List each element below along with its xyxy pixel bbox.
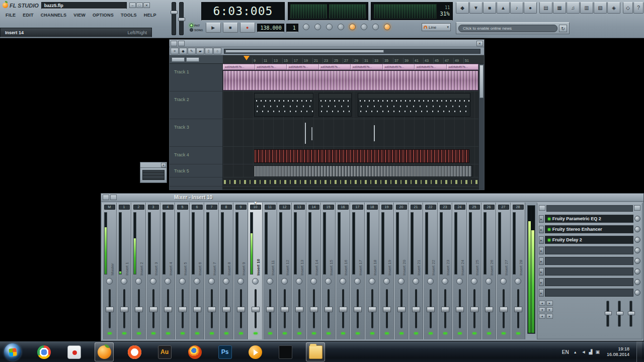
blend-recording-button[interactable]	[349, 24, 356, 30]
menu-channels[interactable]: CHANNELS	[37, 12, 70, 19]
strip-number[interactable]: 14	[308, 205, 319, 210]
mixer-strip-insert-5[interactable]: 5Insert 5	[175, 203, 190, 339]
fx-slot-arrow-icon[interactable]: ▸	[539, 226, 544, 233]
volume-fader[interactable]	[511, 288, 525, 329]
mute-led[interactable]	[516, 332, 520, 334]
fx-mix-knob[interactable]	[634, 247, 640, 253]
playlist-grid[interactable]: ed04db457b...ed04db457b...ed04db457b...e…	[223, 64, 478, 190]
menu-edit[interactable]: EDIT	[19, 12, 37, 19]
volume-fader[interactable]	[351, 288, 364, 329]
fx-slot-arrow-icon[interactable]: ▸	[539, 289, 544, 297]
mute-led[interactable]	[137, 332, 141, 334]
strip-number[interactable]: 3	[148, 205, 159, 210]
pan-knob[interactable]	[340, 278, 346, 285]
browser-icon[interactable]: ▥	[580, 2, 593, 14]
song-mode-toggle[interactable]: SONG	[190, 28, 203, 32]
mixer-strip-insert-14[interactable]: 14Insert 14	[306, 203, 321, 339]
strip-number[interactable]: 18	[367, 205, 378, 210]
taskbar-chrome[interactable]	[34, 342, 53, 361]
volume-fader[interactable]	[424, 288, 437, 329]
maximize-button[interactable]: □	[136, 3, 143, 8]
record-button[interactable]: ●	[240, 23, 255, 33]
mute-led[interactable]	[472, 332, 476, 334]
tool-options-icon[interactable]: ◆	[456, 2, 469, 14]
fx-presets-icon[interactable]	[539, 205, 545, 211]
mixer-strip-insert-12[interactable]: 12Insert 12	[277, 203, 292, 339]
mixer-strip-insert-3[interactable]: 3Insert 3	[146, 203, 160, 339]
pattern-clip[interactable]	[254, 93, 313, 117]
mute-led[interactable]	[385, 332, 389, 334]
volume-fader[interactable]	[132, 288, 145, 329]
save-icon[interactable]: ■	[483, 2, 496, 14]
mixer-strip-insert-7[interactable]: 7Insert 7	[204, 203, 219, 339]
fx-panel-fader[interactable]	[629, 301, 632, 327]
fx-slot-8[interactable]: ▸	[539, 288, 640, 297]
pat-mode-toggle[interactable]: PAT	[190, 24, 203, 27]
tray-network-icon[interactable]: ▟	[589, 349, 593, 354]
clock[interactable]: 19:18 16.08.2014	[604, 346, 632, 358]
volume-fader[interactable]	[161, 288, 175, 329]
playlist-detach-icon[interactable]	[178, 41, 185, 46]
track-lane-audio[interactable]: ed04db457b...ed04db457b...ed04db457b...e…	[223, 64, 478, 92]
export-icon[interactable]: ▲	[497, 2, 510, 14]
fx-panel-fader[interactable]	[618, 301, 621, 327]
track-lane-midi[interactable]	[223, 92, 478, 119]
playlist-menu-icon[interactable]: ≡	[171, 48, 179, 54]
tray-volume-icon[interactable]: ◄	[582, 349, 586, 354]
mixer-icon[interactable]: ▧	[594, 2, 607, 14]
mixer-strip-insert-24[interactable]: 24Insert 24	[452, 203, 467, 339]
pan-knob[interactable]	[106, 278, 113, 285]
mixer-strip-insert-25[interactable]: 25Insert 25	[467, 203, 481, 339]
strip-number[interactable]: 5	[177, 205, 188, 210]
strip-number[interactable]: 24	[454, 205, 465, 210]
pan-knob[interactable]	[208, 278, 215, 285]
pan-knob[interactable]	[413, 278, 419, 285]
track-name[interactable]: Track 2	[170, 92, 222, 119]
volume-fader[interactable]	[307, 288, 320, 329]
mute-led[interactable]	[429, 332, 433, 334]
step-sequencer-icon[interactable]: ▦	[553, 2, 566, 14]
fx-slot-3[interactable]: ▸Fruity Delay 2	[539, 235, 640, 244]
mixer-strip-insert-1[interactable]: 1Insert 1	[117, 203, 131, 339]
mixer-strip-insert-16[interactable]: 16Insert 16	[336, 203, 350, 339]
mixer-strip-insert-18[interactable]: 18Insert 18	[365, 203, 379, 339]
mute-led[interactable]	[254, 332, 258, 334]
zoom-tool-icon[interactable]: ○	[213, 48, 221, 54]
tray-center-icon[interactable]: ▣	[595, 349, 600, 354]
mute-led[interactable]	[312, 332, 316, 334]
track-lane-stripes[interactable]	[223, 164, 478, 177]
floating-mini-window[interactable]: ✕	[140, 162, 167, 183]
pan-knob[interactable]	[296, 278, 302, 285]
mixer-strip-insert-11[interactable]: 11Insert 11	[263, 203, 277, 339]
fx-mix-knob[interactable]	[634, 258, 640, 264]
fx-mix-knob[interactable]	[634, 279, 640, 285]
fx-preset-selector[interactable]	[546, 205, 633, 212]
pan-knob[interactable]	[354, 278, 361, 285]
volume-fader[interactable]	[453, 288, 466, 329]
multilink-button[interactable]	[384, 24, 390, 30]
mixer-strip-insert-27[interactable]: 27Insert 27	[496, 203, 511, 339]
pan-knob[interactable]	[427, 278, 434, 285]
minimize-button[interactable]: –	[129, 3, 136, 8]
strip-number[interactable]: M	[104, 205, 115, 210]
strip-number[interactable]: 28	[513, 205, 524, 210]
volume-fader[interactable]	[409, 288, 423, 329]
strip-number[interactable]: 12	[279, 205, 290, 210]
pan-knob[interactable]	[310, 278, 317, 285]
strip-number[interactable]: 6	[192, 205, 203, 210]
fx-slot-4[interactable]: ▸	[539, 246, 640, 255]
volume-fader[interactable]	[249, 288, 262, 329]
strip-number[interactable]: 19	[381, 205, 392, 210]
pan-knob[interactable]	[179, 278, 186, 285]
loop-recording-button[interactable]	[361, 24, 367, 30]
mixer-strip-insert-15[interactable]: 15Insert 15	[321, 203, 336, 339]
volume-fader[interactable]	[146, 288, 160, 329]
mixer-strip-insert-9[interactable]: 9Insert 9	[233, 203, 248, 339]
volume-fader[interactable]	[176, 288, 189, 329]
fx-prev-icon[interactable]: ◂	[539, 307, 545, 312]
strip-number[interactable]: 8	[221, 205, 232, 210]
fx-slot-5[interactable]: ▸	[539, 256, 640, 265]
pan-knob[interactable]	[398, 278, 405, 285]
fx-prev-icon[interactable]: ◂	[539, 301, 545, 306]
taskbar-screen-recorder[interactable]	[64, 342, 84, 361]
